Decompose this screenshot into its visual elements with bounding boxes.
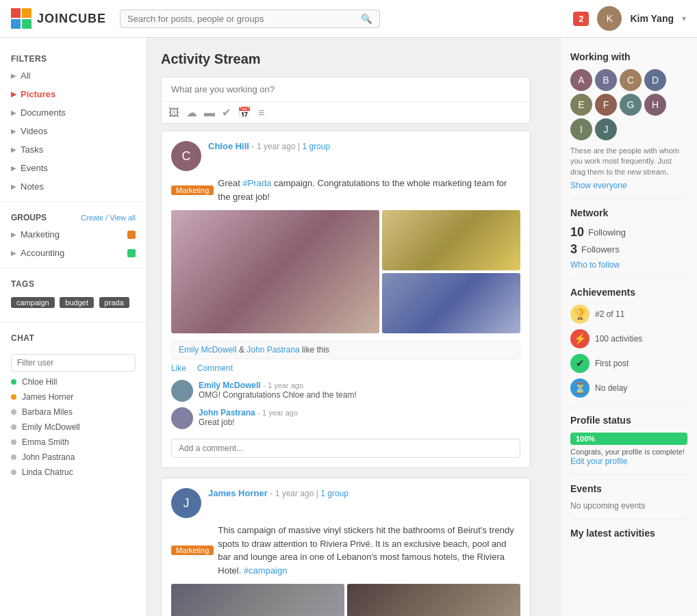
sidebar-item-tasks[interactable]: ▶ Tasks xyxy=(0,140,147,159)
sidebar-item-documents[interactable]: ▶ Documents xyxy=(0,103,147,122)
ww-avatar-4[interactable]: D xyxy=(644,69,666,91)
likes-bar: Emily McDowell & John Pastrana like this xyxy=(171,340,520,359)
post2-image-1[interactable] xyxy=(171,584,344,616)
post-card-1: C Chloe Hill - 1 year ago | 1 group Mark… xyxy=(161,131,531,468)
chat-user-name: Emily McDowell xyxy=(22,422,80,432)
chat-user-emma[interactable]: Emma Smith xyxy=(0,435,147,450)
post-group[interactable]: 1 group xyxy=(302,142,330,151)
comment-button[interactable]: Comment xyxy=(197,363,233,373)
post-image-small-1[interactable] xyxy=(382,210,520,270)
arrow-icon: ▶ xyxy=(11,90,16,98)
sidebar-item-events[interactable]: ▶ Events xyxy=(0,159,147,177)
post-input-area: 🖼 ☁ ▬ ✔ 📅 ≡ xyxy=(161,77,531,124)
svg-rect-1 xyxy=(22,8,31,18)
achievement-3: ✔ First post xyxy=(570,354,687,373)
sidebar-item-videos[interactable]: ▶ Videos xyxy=(0,122,147,140)
tag-prada[interactable]: prada xyxy=(99,297,129,308)
like-button[interactable]: Like xyxy=(171,363,186,373)
ww-avatar-3[interactable]: C xyxy=(620,69,642,91)
network-title: Network xyxy=(570,207,687,218)
tag-budget[interactable]: budget xyxy=(60,297,94,308)
achievement-icon-hourglass: ⏳ xyxy=(570,378,590,398)
list-icon[interactable]: ≡ xyxy=(258,107,264,119)
chat-user-james[interactable]: James Horner xyxy=(0,389,147,405)
who-to-follow-link[interactable]: Who to follow xyxy=(570,260,620,270)
chat-user-barbara[interactable]: Barbara Miles xyxy=(0,405,147,420)
profile-congrats: Congrats, your profile is complete! xyxy=(570,448,687,456)
video-icon[interactable]: ▬ xyxy=(204,107,215,119)
logo[interactable]: JOINCUBE xyxy=(11,8,106,29)
chat-user-chloe[interactable]: Chloe Hill xyxy=(0,374,147,389)
post-image-main[interactable] xyxy=(171,210,379,333)
ww-avatar-9[interactable]: I xyxy=(570,118,592,140)
ww-avatar-6[interactable]: F xyxy=(595,94,617,116)
upload-icon[interactable]: ☁ xyxy=(186,106,197,119)
achievement-text-4: No delay xyxy=(595,383,627,393)
groups-header: Groups Create / View all xyxy=(0,207,147,225)
chat-user-emily[interactable]: Emily McDowell xyxy=(0,420,147,435)
sidebar-item-all[interactable]: ▶ All xyxy=(0,66,147,85)
search-button[interactable]: 🔍 xyxy=(361,14,372,24)
ww-avatar-10[interactable]: J xyxy=(595,118,617,140)
marketing-badge: Marketing xyxy=(171,185,214,195)
main-layout: Filters ▶ All ▶ Pictures ▶ Documents ▶ V… xyxy=(0,38,697,616)
comment-input[interactable] xyxy=(171,439,520,458)
profile-status-title: Profile status xyxy=(570,415,687,426)
ww-avatar-5[interactable]: E xyxy=(570,94,592,116)
post-group-2[interactable]: 1 group xyxy=(320,489,348,498)
chat-user-name: James Horner xyxy=(22,392,73,402)
sidebar-item-pictures[interactable]: ▶ Pictures xyxy=(0,85,147,103)
ww-avatar-7[interactable]: G xyxy=(620,94,642,116)
post2-image-2[interactable] xyxy=(347,584,520,616)
search-bar[interactable]: 🔍 xyxy=(120,10,380,28)
post-author[interactable]: Chloe Hill xyxy=(208,141,249,151)
achievement-text-3: First post xyxy=(595,359,629,368)
liker-emily[interactable]: Emily McDowell xyxy=(179,345,237,355)
chat-user-john[interactable]: John Pastrana xyxy=(0,450,147,465)
image-icon[interactable]: 🖼 xyxy=(168,107,179,119)
svg-rect-0 xyxy=(11,8,21,18)
ww-avatar-2[interactable]: B xyxy=(595,69,617,91)
network-following: 10 Following xyxy=(570,225,687,240)
following-label: Following xyxy=(588,227,626,238)
chat-user-linda[interactable]: Linda Chatruc xyxy=(0,465,147,480)
comment-author-2[interactable]: John Pastrana xyxy=(199,408,255,418)
notification-badge[interactable]: 2 xyxy=(573,12,589,26)
chat-filter-input[interactable] xyxy=(11,354,136,372)
comment-time: - 1 year ago xyxy=(263,381,303,389)
chat-user-name: Emma Smith xyxy=(22,437,69,447)
status-dot-online xyxy=(11,379,16,385)
ww-avatar-8[interactable]: H xyxy=(644,94,666,116)
comment-author[interactable]: Emily McDowell xyxy=(199,381,261,390)
comment-body-2: John Pastrana - 1 year ago Great job! xyxy=(199,407,520,427)
check-icon[interactable]: ✔ xyxy=(222,106,231,119)
rp-divider-5 xyxy=(570,519,687,519)
tag-campaign[interactable]: campaign xyxy=(11,297,55,308)
show-everyone-link[interactable]: Show everyone xyxy=(570,181,627,190)
user-dropdown-arrow[interactable]: ▾ xyxy=(682,14,686,23)
post-time: - 1 year ago | xyxy=(252,142,303,151)
logo-icon xyxy=(11,8,31,29)
following-count: 10 xyxy=(570,225,584,240)
sidebar-item-accounting[interactable]: ▶ Accounting xyxy=(0,244,147,262)
sidebar-item-marketing[interactable]: ▶ Marketing xyxy=(0,225,147,244)
sidebar-item-label: Videos xyxy=(21,126,48,136)
events-none: No upcoming events xyxy=(570,501,687,511)
arrow-icon: ▶ xyxy=(11,146,16,153)
liker-john[interactable]: John Pastrana xyxy=(246,345,299,355)
groups-link[interactable]: Create / View all xyxy=(81,214,136,222)
ww-avatar-1[interactable]: A xyxy=(570,69,592,91)
post-author-2[interactable]: James Horner xyxy=(208,488,268,498)
achievement-4: ⏳ No delay xyxy=(570,378,687,398)
chat-user-name: Linda Chatruc xyxy=(22,467,73,477)
edit-profile-link[interactable]: Edit your profile xyxy=(570,457,627,466)
sidebar-item-notes[interactable]: ▶ Notes xyxy=(0,177,147,196)
calendar-icon[interactable]: 📅 xyxy=(238,106,251,119)
post-image-small-2[interactable] xyxy=(382,273,520,333)
achievement-icon-lightning: ⚡ xyxy=(570,329,590,348)
search-input[interactable] xyxy=(127,14,361,24)
rp-divider-2 xyxy=(570,278,687,279)
post-input[interactable] xyxy=(162,77,530,101)
sidebar-item-label: Tasks xyxy=(21,144,43,155)
post-avatar-chloe: C xyxy=(171,141,201,171)
